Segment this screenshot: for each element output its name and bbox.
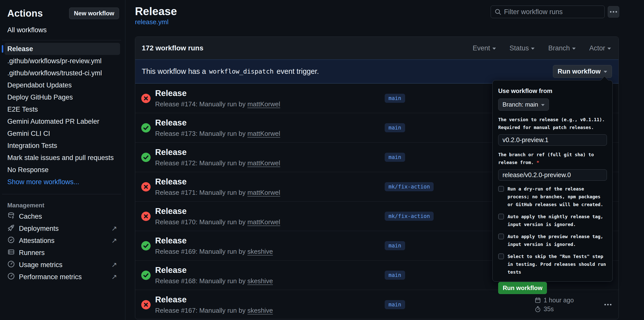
sidebar-item-deploy-github-pages[interactable]: Deploy GitHub Pages [5,91,120,103]
sidebar-item-attestations[interactable]: Attestations ↗ [5,235,120,247]
page-title: Actions [7,8,43,19]
run-title-link[interactable]: Release [155,147,280,157]
branch-badge[interactable]: main [385,300,405,309]
workflow-dispatch-banner: This workflow has a workflow_dispatch ev… [135,59,619,83]
meter-icon [7,260,15,270]
sidebar-item-release[interactable]: Release [5,43,120,55]
run-meta: 1 hour ago 35s [535,297,574,313]
branch-badge[interactable]: main [385,123,405,132]
sidebar-item-label: Usage metrics [19,261,63,269]
chevron-down-icon [572,48,576,50]
branch-badge[interactable]: mk/fix-action [385,182,434,191]
sidebar-item-all-workflows[interactable]: All workflows [0,19,125,34]
branch-badge[interactable]: main [385,241,405,250]
filter-branch-dropdown[interactable]: Branch [548,44,576,52]
run-title-link[interactable]: Release [155,118,280,127]
sidebar-divider [2,40,121,40]
run-title-link[interactable]: Release [155,88,280,98]
filter-actor-dropdown[interactable]: Actor [589,44,611,52]
actor-link[interactable]: skeshive [247,248,273,255]
status-success-icon [141,123,151,133]
checkbox-label: Run a dry-run of the release process; no… [508,185,607,208]
checkbox-label: Auto apply the preview release tag, inpu… [508,233,607,248]
preview-tag-checkbox[interactable] [498,234,504,239]
filter-status-dropdown[interactable]: Status [510,44,535,52]
sidebar-item-usage-metrics[interactable]: Usage metrics ↗ [5,259,120,271]
runs-count: 172 workflow runs [142,44,203,52]
sidebar-item-runners[interactable]: Runners [5,247,120,259]
actor-link[interactable]: skeshive [247,307,273,314]
server-icon [7,248,15,258]
external-link-icon: ↗ [111,261,117,269]
checkbox-label: Select to skip the "Run Tests" step in t… [508,252,607,276]
filter-runs-searchbox[interactable] [491,6,605,18]
status-success-icon [141,271,151,280]
branch-selector-button[interactable]: Branch: main [498,99,549,111]
run-title-link[interactable]: Release [155,295,273,304]
run-description: Release #168: Manually run by skeshive [155,277,273,285]
skip-tests-checkbox[interactable] [498,253,504,259]
actions-sidebar: Actions New workflow All workflows Relea… [0,0,125,320]
sidebar-item-performance-metrics[interactable]: Performance metrics ↗ [5,271,120,283]
actor-link[interactable]: skeshive [247,277,273,285]
run-description: Release #173: Manually run by mattKorwel [155,130,280,138]
run-title-link[interactable]: Release [155,177,280,186]
checkbox-label: Auto apply the nightly release tag, inpu… [508,213,607,228]
version-input[interactable] [498,134,607,146]
rocket-icon [7,224,15,233]
branch-badge[interactable]: main [385,94,405,103]
sidebar-divider [2,194,121,194]
branch-badge[interactable]: main [385,271,405,280]
sidebar-item-no-response[interactable]: No Response [5,164,120,176]
run-workflow-submit-button[interactable]: Run workflow [498,282,547,294]
dry-run-checkbox[interactable] [498,186,504,192]
sidebar-item-mark-stale[interactable]: Mark stale issues and pull requests [5,152,120,164]
chevron-down-icon [604,71,607,73]
branch-badge[interactable]: main [385,153,405,162]
run-title-link[interactable]: Release [155,236,273,245]
sidebar-item-dependabot-updates[interactable]: Dependabot Updates [5,79,120,91]
sidebar-item-gemini-cli-ci[interactable]: Gemini CLI CI [5,127,120,140]
run-title-link[interactable]: Release [155,265,273,275]
sidebar-item-gemini-pr-labeler[interactable]: Gemini Automated PR Labeler [5,115,120,127]
nightly-tag-checkbox[interactable] [498,214,504,219]
branch-badge[interactable]: mk/fix-action [385,212,434,221]
skip-tests-checkbox-row: Select to skip the "Run Tests" step in t… [498,252,607,276]
run-options-kebab-button[interactable] [601,300,614,310]
workflow-file-link[interactable]: release.yml [135,18,169,26]
sidebar-item-trusted-ci[interactable]: .github/workflows/trusted-ci.yml [5,67,120,79]
run-time: 1 hour ago [544,297,574,304]
actor-link[interactable]: mattKorwel [247,159,280,167]
sidebar-item-caches[interactable]: Caches [5,210,120,222]
run-workflow-popup: Use workflow from Branch: main The versi… [492,80,613,282]
kebab-icon [610,11,611,13]
run-description: Release #172: Manually run by mattKorwel [155,159,280,167]
status-success-icon [141,241,151,250]
actor-link[interactable]: mattKorwel [247,100,280,108]
workflow-title: Release [135,5,177,18]
actor-link[interactable]: mattKorwel [247,189,280,196]
workflow-dispatch-code: workflow_dispatch [209,68,274,75]
status-success-icon [141,153,151,162]
calendar-icon [535,297,541,304]
dry-run-checkbox-row: Run a dry-run of the release process; no… [498,185,607,208]
run-title-link[interactable]: Release [155,206,280,216]
actor-link[interactable]: mattKorwel [247,130,280,137]
filter-event-dropdown[interactable]: Event [473,44,496,52]
meter-icon [7,272,15,282]
stopwatch-icon [535,306,541,312]
sidebar-item-e2e-tests[interactable]: E2E Tests [5,103,120,115]
new-workflow-button[interactable]: New workflow [69,8,119,19]
workflow-options-kebab-button[interactable] [608,6,619,18]
sidebar-item-label: Deployments [19,225,59,233]
ref-input[interactable] [498,169,607,181]
workflow-run-row[interactable]: Release Release #167: Manually run by sk… [135,290,619,319]
filter-runs-input[interactable] [504,8,601,16]
sidebar-item-deployments[interactable]: Deployments ↗ [5,222,120,235]
actor-link[interactable]: mattKorwel [247,218,280,226]
sidebar-item-pr-review[interactable]: .github/workflows/pr-review.yml [5,55,120,67]
sidebar-item-integration-tests[interactable]: Integration Tests [5,140,120,152]
show-more-workflows-link[interactable]: Show more workflows... [5,176,120,188]
preview-tag-checkbox-row: Auto apply the preview release tag, inpu… [498,233,607,248]
run-workflow-dropdown-button[interactable]: Run workflow [553,65,612,78]
